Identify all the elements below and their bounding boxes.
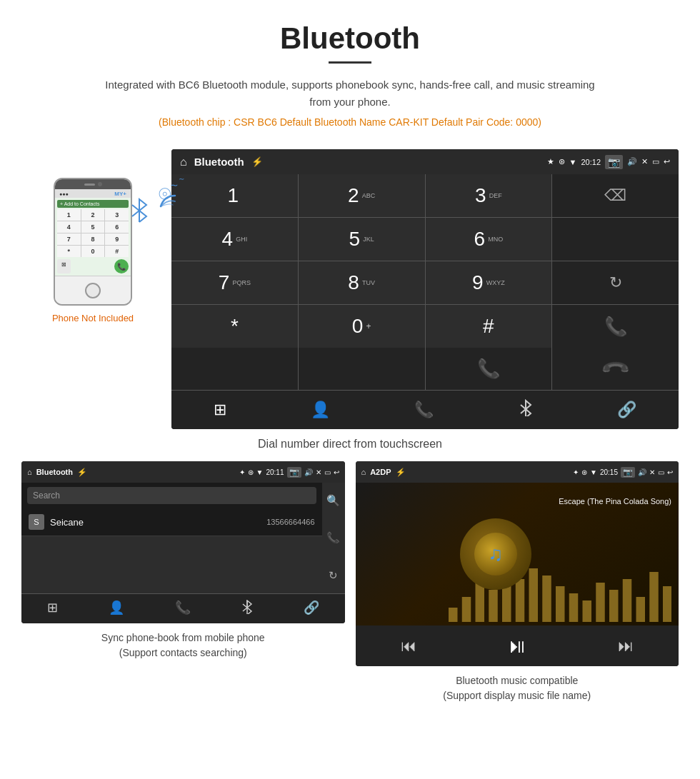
backspace-button[interactable]: ⌫ [552,174,679,217]
title-divider [329,61,371,64]
main-display: ⦾ ∼ ∼ [0,149,700,429]
nav-person-icon[interactable]: 👤 [311,401,330,419]
screen-frame: ⌂ Bluetooth ⚡ ★ ⊛ ▼ 20:12 📷 🔊 ✕ ▭ ↩ [171,149,679,429]
pb-nav-bluetooth[interactable] [241,600,253,618]
svg-rect-1 [461,597,471,622]
dial-key-star[interactable]: * [171,305,298,348]
pb-search-icon[interactable]: 🔍 [326,494,340,507]
pb-search-placeholder: Search [33,491,60,501]
svg-rect-2 [475,583,484,622]
dial-key-5[interactable]: 5JKL [299,218,425,261]
dial-empty-1 [552,218,679,261]
svg-rect-8 [556,586,565,622]
music-song-title: Escape (The Pina Colada Song) [559,497,671,506]
music-caption: Bluetooth music compatible(Support displ… [356,673,679,703]
dial-key-4[interactable]: 4GHI [171,218,298,261]
pb-main-area: Search S Seicane 13566664466 🔍 📞 ↻ [21,483,345,593]
prev-button[interactable]: ⏮ [401,637,416,655]
svg-rect-10 [582,600,591,622]
phone-home-button [85,283,101,298]
svg-rect-14 [636,597,645,622]
dial-key-0[interactable]: 0+ [299,305,425,348]
dial-key-6[interactable]: 6MNO [426,218,552,261]
pb-nav-person[interactable]: 👤 [109,600,124,618]
music-vol-icon[interactable]: 🔊 [638,468,646,476]
svg-rect-6 [529,568,538,622]
nav-link-icon[interactable]: 🔗 [617,401,636,419]
call-green-button[interactable]: 📞 [426,348,552,390]
music-content: ♫ Escape (The Pina Colada Song) [356,483,679,625]
music-note-icon: ♫ [488,543,503,566]
pb-nav-phone[interactable]: 📞 [175,600,191,618]
pb-nav-grid[interactable]: ⊞ [47,600,58,618]
nav-bluetooth-icon[interactable] [519,399,533,421]
pb-vol-icon[interactable]: 🔊 [304,468,313,476]
phonebook-screen: ⌂ Bluetooth ⚡ ✦ ⊛ ▼ 20:11 📷 🔊 ✕ ▭ ↩ [21,461,345,623]
music-home-icon[interactable]: ⌂ [361,468,366,476]
refresh-button[interactable]: ↻ [552,261,679,304]
next-button[interactable]: ⏭ [618,637,634,655]
home-icon[interactable]: ⌂ [180,156,187,169]
pb-cam-icon[interactable]: 📷 [287,467,301,478]
nav-grid-icon[interactable]: ⊞ [214,401,226,419]
play-pause-button[interactable]: ⏯ [507,634,527,658]
pb-home-icon[interactable]: ⌂ [27,468,32,476]
pb-contact-number: 13566664466 [266,518,314,526]
music-time-display: 20:15 [600,468,618,476]
dial-key-9[interactable]: 9WXYZ [426,261,552,304]
status-left: ⌂ Bluetooth ⚡ [180,156,263,169]
hang-up-button[interactable]: 📞 [552,348,679,390]
bottom-screenshots: ⌂ Bluetooth ⚡ ✦ ⊛ ▼ 20:11 📷 🔊 ✕ ▭ ↩ [0,461,700,718]
music-screen-title: A2DP [370,468,391,476]
dial-key-hash[interactable]: # [426,305,552,348]
album-inner: ♫ [474,533,517,576]
pb-win-icon[interactable]: ▭ [324,468,331,476]
nav-phone-icon[interactable]: 📞 [414,401,434,419]
album-art: ♫ [460,518,531,590]
music-close-icon[interactable]: ✕ [649,468,655,476]
back-icon[interactable]: ↩ [664,157,670,166]
music-info: Escape (The Pina Colada Song) [559,497,671,506]
usb-icon: ⚡ [251,156,263,167]
volume-icon[interactable]: 🔊 [627,157,637,166]
window-icon[interactable]: ▭ [652,157,659,166]
svg-rect-5 [515,579,524,622]
pb-contact-row[interactable]: S Seicane 13566664466 [21,508,322,536]
dial-key-7[interactable]: 7PQRS [171,261,298,304]
dial-key-2[interactable]: 2ABC [299,174,425,217]
pb-list: Search S Seicane 13566664466 [21,483,322,593]
phone-body: ●●● MY+ + Add to Contacts 1 2 3 4 5 6 7 … [54,178,132,306]
music-win-icon[interactable]: ▭ [658,468,664,476]
page-title: Bluetooth [29,21,671,56]
pb-nav-link[interactable]: 🔗 [304,600,319,618]
music-bt-icon: ✦ [573,468,579,476]
pb-refresh-icon-right[interactable]: ↻ [329,569,338,582]
music-back-icon[interactable]: ↩ [667,468,673,476]
bluetooth-status-icon: ★ [547,157,554,166]
camera-icon[interactable]: 📷 [605,155,623,169]
svg-rect-0 [449,608,458,622]
dial-key-3[interactable]: 3DEF [426,174,552,217]
description-text: Integrated with BC6 Bluetooth module, su… [100,76,600,111]
dial-key-1[interactable]: 1 [171,174,298,217]
pb-caption: Sync phone-book from mobile phone(Suppor… [21,630,345,660]
svg-rect-11 [596,583,605,622]
pb-search-bar[interactable]: Search [27,487,316,504]
pb-close-icon[interactable]: ✕ [316,468,321,476]
pb-back-icon[interactable]: ↩ [334,468,339,476]
close-icon[interactable]: ✕ [641,157,648,166]
svg-rect-7 [542,576,551,622]
dial-key-8[interactable]: 8TUV [299,261,425,304]
dial-empty-row2 [299,348,425,390]
pb-call-icon-right[interactable]: 📞 [326,531,340,544]
svg-rect-13 [622,579,631,622]
pb-time-display: 20:11 [266,468,284,476]
header-section: Bluetooth Integrated with BC6 Bluetooth … [0,0,700,149]
music-usb-icon: ⚡ [396,468,406,477]
pb-right-icons: 🔍 📞 ↻ [322,483,345,593]
music-status-bar: ⌂ A2DP ⚡ ✦ ⊛ ▼ 20:15 📷 🔊 ✕ ▭ ↩ [356,461,679,483]
music-cam-icon[interactable]: 📷 [621,467,635,478]
dial-empty-row [171,348,298,390]
svg-rect-3 [489,590,498,622]
phonebook-card: ⌂ Bluetooth ⚡ ✦ ⊛ ▼ 20:11 📷 🔊 ✕ ▭ ↩ [21,461,345,703]
